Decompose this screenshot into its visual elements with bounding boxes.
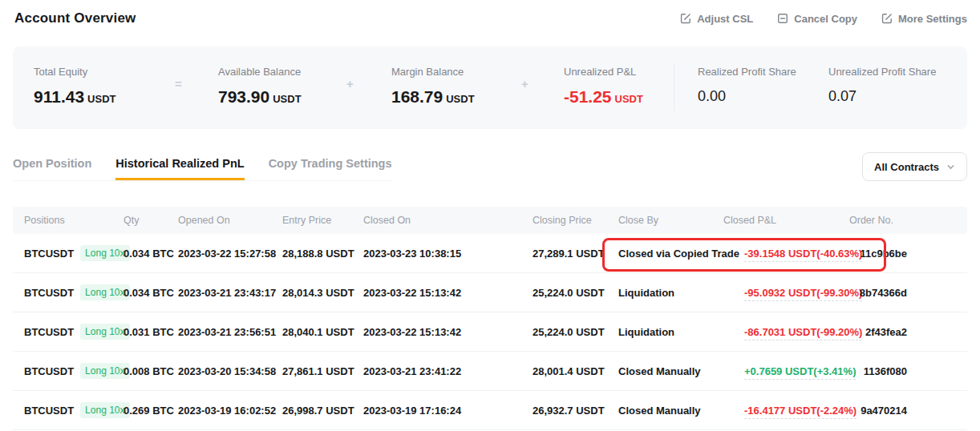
side-leverage-badge: Long 10x (80, 363, 129, 379)
metric-margin-balance: Margin Balance 168.79USDT (391, 66, 475, 107)
pair-label: BTCUSDT (24, 405, 74, 417)
cell-closing-price: 25,224.0 USDT (533, 326, 618, 338)
page-title: Account Overview (14, 10, 136, 26)
table-row: BTCUSDT Long 10x 0.269 BTC 2023-03-19 16… (13, 391, 967, 430)
cell-close-by: Closed via Copied Trade (618, 248, 744, 260)
all-contracts-label: All Contracts (874, 161, 939, 173)
minus-square-icon (777, 13, 788, 24)
cell-entry-price: 26,998.7 USDT (282, 405, 363, 417)
cell-positions: BTCUSDT Long 10x (24, 245, 124, 261)
metric-unrealized-pnl: Unrealized P&L -51.25USDT (564, 66, 643, 107)
metric-value: 793.90USDT (218, 87, 302, 107)
cell-closing-price: 28,001.4 USDT (533, 365, 618, 377)
metric-unrealized-profit-share: Unrealized Profit Share 0.07 (828, 66, 936, 105)
closed-pnl-value[interactable]: -86.7031 USDT(-99.20%) (744, 326, 862, 340)
metric-realized-profit-share: Realized Profit Share 0.00 (698, 66, 796, 105)
header-cell-order-no: Order No. (849, 215, 970, 226)
unit-label: USDT (615, 93, 643, 105)
metric-available-balance: Available Balance 793.90USDT (218, 66, 302, 107)
cell-positions: BTCUSDT Long 10x (24, 284, 124, 300)
cell-opened-on: 2023-03-22 15:27:58 (178, 248, 282, 260)
cell-order-no: 9a470214 (849, 405, 967, 417)
cell-close-by: Liquidation (618, 287, 744, 299)
cell-closing-price: 27,289.1 USDT (533, 248, 618, 260)
adjust-csl-button[interactable]: Adjust CSL (680, 13, 753, 25)
cell-entry-price: 28,040.1 USDT (282, 326, 363, 338)
metric-value: -51.25USDT (564, 87, 643, 107)
edit-square-icon (680, 13, 691, 24)
cell-closed-pnl: -39.1548 USDT(-40.63%) (744, 248, 849, 260)
cell-closed-on: 2023-03-21 23:41:22 (363, 365, 533, 377)
metric-value: 0.00 (698, 88, 796, 105)
header-cell-qty: Qty (124, 215, 178, 226)
pair-label: BTCUSDT (24, 287, 74, 299)
cell-qty: 0.031 BTC (124, 326, 178, 338)
metric-value: 0.07 (828, 88, 936, 105)
cell-closed-on: 2023-03-22 15:13:42 (363, 287, 533, 299)
cell-closed-pnl: -95.0932 USDT(-99.30%) (744, 287, 849, 299)
chevron-down-icon (946, 163, 955, 171)
header-cell-positions: Positions (24, 215, 124, 226)
pair-label: BTCUSDT (24, 365, 74, 377)
cell-entry-price: 27,861.1 USDT (282, 365, 363, 377)
metric-total-equity: Total Equity 911.43USDT (34, 66, 115, 107)
plus-operator: + (521, 77, 528, 91)
tab-open-position[interactable]: Open Position (13, 157, 91, 180)
cell-closed-pnl: -86.7031 USDT(-99.20%) (744, 326, 849, 338)
side-leverage-badge: Long 10x (80, 284, 129, 300)
closed-pnl-value[interactable]: -39.1548 USDT(-40.63%) (744, 248, 862, 262)
side-leverage-badge: Long 10x (80, 324, 129, 340)
closed-pnl-value[interactable]: +0.7659 USDT(+3.41%) (744, 365, 856, 380)
header-cell-opened-on: Opened On (178, 215, 282, 226)
pair-label: BTCUSDT (24, 248, 74, 260)
tab-bar: Open Position Historical Realized PnL Co… (13, 157, 392, 181)
positions-table: Positions Qty Opened On Entry Price Clos… (13, 207, 967, 430)
cell-closed-on: 2023-03-22 15:13:42 (363, 326, 533, 338)
cell-order-no: 2f43fea2 (849, 326, 967, 338)
cancel-copy-label: Cancel Copy (794, 13, 857, 25)
cell-positions: BTCUSDT Long 10x (24, 363, 124, 379)
equals-operator: = (175, 77, 182, 91)
side-leverage-badge: Long 10x (80, 245, 129, 261)
cell-entry-price: 28,014.3 USDT (282, 287, 363, 299)
more-settings-button[interactable]: More Settings (881, 13, 967, 25)
cell-closing-price: 26,932.7 USDT (533, 405, 618, 417)
cell-opened-on: 2023-03-21 23:43:17 (178, 287, 282, 299)
topbar: Account Overview Adjust CSL (0, 0, 980, 26)
header-cell-closed-pnl: Closed P&L (723, 215, 849, 226)
metric-value: 911.43USDT (34, 87, 115, 107)
cell-qty: 0.008 BTC (124, 365, 178, 377)
closed-pnl-value[interactable]: -95.0932 USDT(-99.30%) (744, 287, 862, 301)
metric-value: 168.79USDT (391, 87, 475, 107)
cell-opened-on: 2023-03-19 16:02:52 (178, 405, 282, 417)
cell-close-by: Closed Manually (618, 365, 744, 377)
all-contracts-dropdown[interactable]: All Contracts (862, 152, 967, 181)
unit-label: USDT (87, 93, 115, 105)
unit-label: USDT (273, 93, 301, 105)
cell-qty: 0.034 BTC (124, 287, 178, 299)
header-cell-entry-price: Entry Price (282, 215, 363, 226)
tab-copy-trading-settings[interactable]: Copy Trading Settings (269, 157, 392, 180)
unit-label: USDT (446, 93, 474, 105)
metric-label: Available Balance (218, 66, 302, 78)
metric-label: Margin Balance (391, 66, 475, 78)
cell-opened-on: 2023-03-21 23:56:51 (178, 326, 282, 338)
more-settings-label: More Settings (898, 13, 967, 25)
cell-closed-pnl: +0.7659 USDT(+3.41%) (744, 365, 849, 377)
cell-qty: 0.034 BTC (124, 248, 178, 260)
summary-panel: Total Equity 911.43USDT = Available Bala… (13, 46, 967, 129)
cell-closed-on: 2023-03-23 10:38:15 (363, 248, 533, 260)
table-row: BTCUSDT Long 10x 0.034 BTC 2023-03-22 15… (13, 234, 967, 273)
tab-historical-realized-pnl[interactable]: Historical Realized PnL (115, 157, 244, 180)
cancel-copy-button[interactable]: Cancel Copy (777, 13, 857, 25)
cell-closed-pnl: -16.4177 USDT(-2.24%) (744, 405, 849, 417)
cell-opened-on: 2023-03-20 15:34:58 (178, 365, 282, 377)
cell-order-no: 1136f080 (849, 365, 967, 377)
edit-square-icon (881, 13, 893, 24)
closed-pnl-value[interactable]: -16.4177 USDT(-2.24%) (744, 405, 856, 419)
cell-positions: BTCUSDT Long 10x (24, 402, 124, 418)
adjust-csl-label: Adjust CSL (697, 13, 753, 25)
cell-closed-on: 2023-03-19 17:16:24 (363, 405, 533, 417)
cell-closing-price: 25,224.0 USDT (533, 287, 618, 299)
cell-close-by: Liquidation (618, 326, 744, 338)
